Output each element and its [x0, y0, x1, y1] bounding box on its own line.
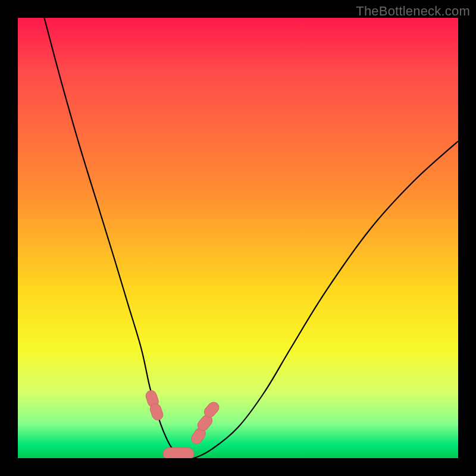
- outer-frame: TheBottleneck.com: [0, 0, 476, 476]
- chart-svg: [18, 18, 458, 458]
- svg-rect-5: [163, 448, 194, 458]
- highlight-markers: [145, 389, 221, 458]
- bottleneck-curve: [44, 18, 458, 458]
- plot-area: [18, 18, 458, 458]
- watermark-text: TheBottleneck.com: [356, 4, 470, 19]
